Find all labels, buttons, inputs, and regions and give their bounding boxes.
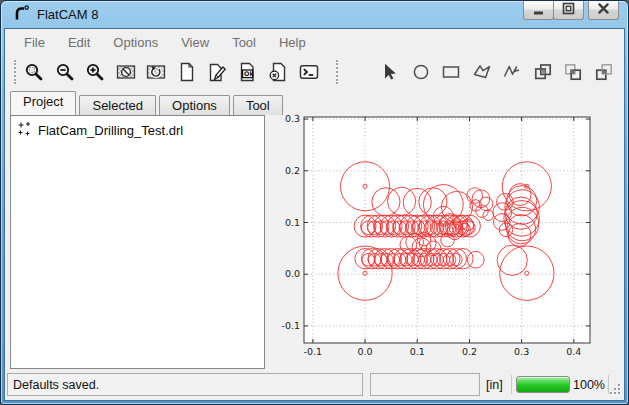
svg-text:0.3: 0.3 bbox=[514, 346, 529, 357]
units-label: [in] bbox=[486, 373, 503, 396]
drill-marks-icon bbox=[17, 121, 32, 140]
tab-tool[interactable]: Tool bbox=[233, 95, 283, 115]
plot-canvas[interactable]: -0.10.00.10.20.30.4-0.10.00.10.20.3 bbox=[265, 115, 622, 371]
subtract-icon bbox=[563, 62, 583, 82]
replot-icon bbox=[146, 62, 166, 82]
draw-rectangle-icon bbox=[441, 62, 461, 82]
svg-text:0.1: 0.1 bbox=[410, 346, 425, 357]
minimize-icon bbox=[531, 1, 546, 20]
flatcam-window: FlatCAM 8 FileEditOptionsViewToolHelp Ok… bbox=[0, 0, 629, 405]
tab-bar: ProjectSelectedOptionsTool bbox=[10, 91, 286, 115]
file-delete-icon bbox=[268, 62, 288, 82]
svg-text:0.2: 0.2 bbox=[462, 346, 477, 357]
svg-text:0.3: 0.3 bbox=[285, 115, 300, 124]
progress-percent-label: 100% bbox=[573, 373, 605, 396]
zoom-in-icon bbox=[85, 62, 105, 82]
union-icon bbox=[533, 62, 553, 82]
zoom-in-button[interactable] bbox=[84, 58, 107, 86]
zoom-out-icon bbox=[55, 62, 75, 82]
close-icon bbox=[596, 1, 611, 20]
file-ok-icon: Ok bbox=[238, 62, 258, 82]
status-message: Defaults saved. bbox=[13, 378, 99, 392]
menu-edit[interactable]: Edit bbox=[58, 33, 100, 52]
select-button[interactable] bbox=[379, 58, 402, 86]
file-edit-button[interactable] bbox=[206, 58, 229, 86]
menu-tool[interactable]: Tool bbox=[222, 33, 266, 52]
window-controls bbox=[524, 1, 619, 20]
file-ok-button[interactable]: Ok bbox=[237, 58, 260, 86]
maximize-button[interactable] bbox=[553, 1, 584, 20]
toolbar: Ok bbox=[6, 55, 623, 89]
window-frame: FlatCAM 8 FileEditOptionsViewToolHelp Ok… bbox=[0, 0, 629, 405]
cut-path-icon bbox=[594, 62, 614, 82]
zoom-fit-button[interactable] bbox=[23, 58, 46, 86]
tab-options[interactable]: Options bbox=[159, 95, 230, 115]
close-button[interactable] bbox=[588, 1, 619, 20]
tab-project[interactable]: Project bbox=[10, 91, 76, 115]
menu-view[interactable]: View bbox=[171, 33, 219, 52]
zoom-fit-icon bbox=[24, 62, 44, 82]
clear-plot-icon bbox=[116, 62, 136, 82]
svg-text:0.2: 0.2 bbox=[285, 165, 300, 176]
shell-button[interactable] bbox=[298, 58, 321, 86]
svg-text:Ok: Ok bbox=[244, 70, 254, 78]
replot-button[interactable] bbox=[145, 58, 168, 86]
file-delete-button[interactable] bbox=[267, 58, 290, 86]
svg-text:-0.1: -0.1 bbox=[304, 346, 323, 357]
status-separator bbox=[511, 375, 512, 394]
file-new-icon bbox=[177, 62, 197, 82]
draw-rectangle-button[interactable] bbox=[440, 58, 463, 86]
tab-selected[interactable]: Selected bbox=[79, 95, 156, 115]
plot-panel: -0.10.00.10.20.30.4-0.10.00.10.20.3 bbox=[265, 115, 622, 371]
progress-bar bbox=[516, 376, 570, 393]
tree-item-label: FlatCam_Drilling_Test.drl bbox=[38, 123, 183, 138]
flatcam-logo-icon bbox=[12, 4, 30, 26]
client-area: FileEditOptionsViewToolHelp Ok ProjectSe… bbox=[4, 28, 625, 401]
select-icon bbox=[380, 62, 400, 82]
status-message-panel: Defaults saved. bbox=[7, 373, 363, 396]
draw-polygon-icon bbox=[472, 62, 492, 82]
cut-path-button[interactable] bbox=[592, 58, 615, 86]
svg-text:-0.1: -0.1 bbox=[281, 320, 300, 331]
subtract-button[interactable] bbox=[562, 58, 585, 86]
menu-help[interactable]: Help bbox=[269, 33, 316, 52]
toolbar-handle[interactable] bbox=[14, 60, 17, 84]
status-field-panel bbox=[370, 373, 480, 396]
clear-plot-button[interactable] bbox=[114, 58, 137, 86]
svg-text:0.0: 0.0 bbox=[285, 268, 300, 279]
union-button[interactable] bbox=[531, 58, 554, 86]
menu-options[interactable]: Options bbox=[103, 33, 168, 52]
draw-polygon-button[interactable] bbox=[470, 58, 493, 86]
tree-item[interactable]: FlatCam_Drilling_Test.drl bbox=[13, 119, 262, 142]
maximize-icon bbox=[561, 1, 576, 20]
minimize-button[interactable] bbox=[523, 1, 554, 20]
file-edit-icon bbox=[207, 62, 227, 82]
file-new-button[interactable] bbox=[175, 58, 198, 86]
title-bar[interactable]: FlatCAM 8 bbox=[1, 1, 628, 28]
zoom-out-button[interactable] bbox=[53, 58, 76, 86]
shell-icon bbox=[299, 62, 319, 82]
draw-polyline-button[interactable] bbox=[501, 58, 524, 86]
svg-text:0.1: 0.1 bbox=[285, 217, 300, 228]
project-tree: FlatCam_Drilling_Test.drl bbox=[10, 115, 265, 369]
menu-bar: FileEditOptionsViewToolHelp bbox=[6, 31, 623, 53]
resize-grip[interactable] bbox=[608, 384, 620, 396]
toolbar-handle[interactable] bbox=[336, 60, 339, 84]
draw-circle-button[interactable] bbox=[409, 58, 432, 86]
menu-file[interactable]: File bbox=[14, 33, 55, 52]
draw-circle-icon bbox=[411, 62, 431, 82]
svg-text:0.4: 0.4 bbox=[566, 346, 581, 357]
status-bar: Defaults saved. [in] 100% bbox=[5, 369, 624, 400]
draw-polyline-icon bbox=[502, 62, 522, 82]
window-title: FlatCAM 8 bbox=[37, 7, 98, 22]
svg-text:0.0: 0.0 bbox=[358, 346, 373, 357]
